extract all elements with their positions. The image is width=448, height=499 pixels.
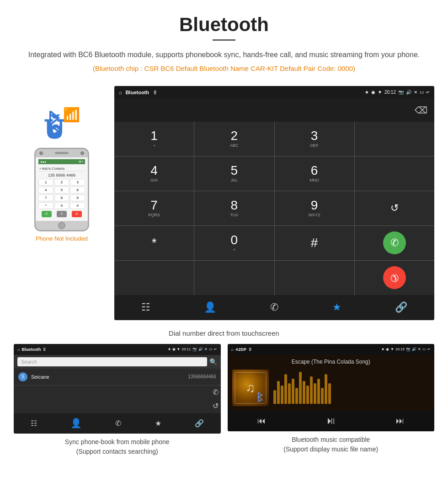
description-text: Integrated with BC6 Bluetooth module, su… [27, 49, 421, 61]
title-divider [213, 39, 235, 41]
key-3[interactable]: 3 DEF [275, 122, 354, 156]
call-green-button[interactable]: ✆ [383, 231, 406, 254]
dialer-statusbar: ⌂ Bluetooth ⮸ ★ ◉ ▼ 20:12 📷 🔊 ✕ ▭ ↵ [114, 86, 434, 99]
music-signal-icon: ▼ [390, 347, 394, 351]
pb-win-icon[interactable]: ▭ [209, 347, 213, 351]
key-4[interactable]: 4 GHI [114, 156, 194, 191]
phone-key-7[interactable]: 7 [38, 194, 53, 201]
music-album-art: ♫ [232, 370, 269, 406]
home-icon[interactable]: ⌂ [119, 90, 122, 95]
phone-key-3[interactable]: 3 [70, 179, 85, 186]
volume-icon[interactable]: 🔊 [406, 90, 411, 95]
camera-icon[interactable]: 📷 [398, 90, 404, 95]
prev-track-icon[interactable]: ⏮ [257, 416, 266, 426]
album-bt-icon [253, 390, 267, 404]
pb-search-icon[interactable]: 🔍 [209, 358, 217, 365]
pb-camera-icon[interactable]: 📷 [192, 347, 197, 351]
key-6[interactable]: 6 MNO [275, 156, 354, 191]
pb-statusbar: ⌂ Bluetooth ⮸ ★ ◉ ▼ 20:11 📷 🔊 ✕ ▭ ↵ [14, 344, 221, 355]
pb-time: 20:11 [181, 347, 191, 351]
phone-key-zero[interactable]: 0 [57, 211, 67, 217]
pb-link-icon[interactable]: 🔗 [195, 419, 204, 428]
viz-bar-15 [325, 374, 327, 404]
close-icon[interactable]: ✕ [414, 90, 417, 95]
music-back-icon[interactable]: ↵ [427, 347, 431, 351]
phone-key-1[interactable]: 1 [38, 179, 53, 186]
phone-key-4[interactable]: 4 [38, 187, 53, 193]
music-home-icon[interactable]: ⌂ [231, 347, 234, 352]
grid-icon[interactable]: ☷ [141, 301, 150, 313]
contacts-icon[interactable]: 👤 [204, 301, 216, 313]
phone-key-0[interactable]: 0 [54, 202, 69, 209]
next-track-icon[interactable]: ⏭ [396, 416, 404, 426]
backspace-button[interactable]: ⌫ [415, 105, 427, 116]
phone-home-button[interactable] [58, 222, 65, 229]
back-icon[interactable]: ↵ [426, 90, 430, 95]
music-camera-icon[interactable]: 📷 [406, 347, 411, 351]
phone-key-9[interactable]: 9 [70, 194, 85, 201]
phone-icon[interactable]: ✆ [270, 301, 278, 313]
pb-back-icon[interactable]: ↵ [214, 347, 217, 351]
music-x-icon[interactable]: ✕ [418, 347, 421, 351]
key-refresh[interactable]: ↺ [355, 191, 434, 225]
dialer-title: Bluetooth [126, 90, 149, 95]
key-star[interactable]: * [114, 226, 194, 260]
pb-search-input[interactable]: Search [17, 357, 207, 366]
specs-line: (Bluetooth chip : CSR BC6 Default Blueto… [27, 64, 421, 72]
pb-call-icon[interactable]: ✆ [213, 388, 219, 397]
key-9[interactable]: 9 WXYZ [275, 191, 354, 225]
viz-bar-3 [281, 386, 283, 404]
viz-bar-9 [303, 381, 305, 404]
phone-screen-top: ●●● M+ [38, 159, 85, 164]
viz-bar-13 [317, 379, 320, 404]
key-0[interactable]: 0 + [194, 226, 274, 260]
pb-vol-icon[interactable]: 🔊 [198, 347, 203, 351]
pb-phone-icon[interactable]: ✆ [115, 419, 121, 428]
bottom-row: ⌂ Bluetooth ⮸ ★ ◉ ▼ 20:11 📷 🔊 ✕ ▭ ↵ [0, 344, 448, 458]
key-5[interactable]: 5 JKL [194, 156, 274, 191]
key-1[interactable]: 1 ⌁ [114, 122, 194, 156]
pb-title: Bluetooth [21, 347, 41, 352]
pb-user-icon[interactable]: 👤 [70, 418, 82, 429]
phone-end-btn[interactable]: ✆ [72, 211, 82, 217]
phone-key-2[interactable]: 2 [54, 179, 69, 186]
music-caption: Bluetooth music compatible (Support disp… [281, 431, 380, 456]
music-location-icon: ◉ [386, 347, 389, 351]
viz-bar-4 [284, 374, 287, 404]
phone-key-star[interactable]: * [38, 202, 53, 209]
phonebook-screen: ⌂ Bluetooth ⮸ ★ ◉ ▼ 20:11 📷 🔊 ✕ ▭ ↵ [14, 344, 221, 434]
key-8[interactable]: 8 TUV [194, 191, 274, 225]
play-pause-icon[interactable]: ⏯ [326, 415, 336, 427]
music-statusbar-left: ⌂ A2DP ⮸ [231, 347, 331, 352]
key-7[interactable]: 7 PQRS [114, 191, 194, 225]
phone-key-hash[interactable]: # [70, 202, 85, 209]
viz-bar-12 [314, 383, 316, 404]
pb-statusbar-left: ⌂ Bluetooth ⮸ [17, 347, 117, 352]
link-icon[interactable]: 🔗 [395, 301, 407, 313]
key-2[interactable]: 2 ABC [194, 122, 274, 156]
pb-bt-toolbar-icon[interactable]: ★ [155, 419, 161, 428]
viz-bar-5 [288, 383, 291, 404]
pb-contact-name: Seicane [31, 374, 188, 380]
pb-contact-row[interactable]: S Seicane 13566664466 [14, 369, 221, 386]
music-vol-icon[interactable]: 🔊 [412, 347, 416, 351]
pb-sync-icon[interactable]: ↺ [213, 402, 219, 410]
pb-home-icon[interactable]: ⌂ [17, 347, 20, 352]
music-win-icon[interactable]: ▭ [422, 347, 426, 351]
bluetooth-toolbar-icon[interactable]: ★ [332, 301, 341, 313]
phonebook-wrapper: ⌂ Bluetooth ⮸ ★ ◉ ▼ 20:11 📷 🔊 ✕ ▭ ↵ [14, 344, 221, 458]
key-call-red[interactable]: ✆ [355, 261, 434, 295]
pb-x-icon[interactable]: ✕ [204, 347, 208, 351]
call-red-button[interactable]: ✆ [379, 262, 411, 294]
music-bt-symbol: ♫ [245, 381, 255, 395]
phone-key-6[interactable]: 6 [70, 187, 85, 193]
pb-grid-icon[interactable]: ☷ [31, 419, 37, 428]
phone-call-btn[interactable]: ✆ [42, 211, 52, 217]
key-call-green[interactable]: ✆ [355, 226, 434, 260]
window-icon[interactable]: ▭ [420, 90, 424, 95]
key-hash[interactable]: # [275, 226, 354, 260]
phone-key-8[interactable]: 8 [54, 194, 69, 201]
phone-key-5[interactable]: 5 [54, 187, 69, 193]
music-statusbar-right: ★ ◉ ▼ 20:15 📷 🔊 ✕ ▭ ↵ [331, 347, 431, 351]
pb-contact-avatar: S [18, 372, 27, 381]
